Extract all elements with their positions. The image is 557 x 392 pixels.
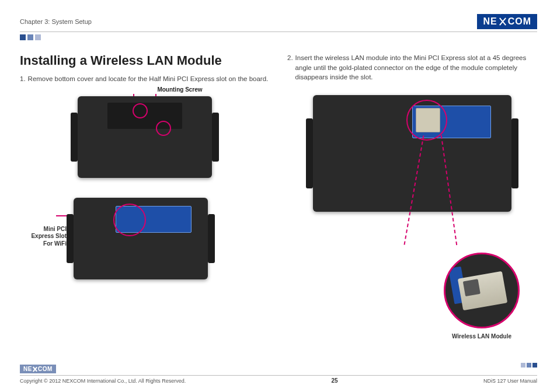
label-line: Mini PCI [20,226,67,233]
label-line: For WiFi [20,240,67,248]
figure-right-group [313,82,511,212]
module-callout-circle [406,100,447,141]
device-flange [306,118,313,188]
label-line: Express Slot [20,233,67,240]
mounting-screw-label: Mounting Screw [90,86,270,93]
mini-pci-slot-label: Mini PCI Express Slot For WiFi [20,226,67,248]
footer-logo-right: COM [38,366,53,372]
closeup-photo [444,253,520,328]
footer-logo-left: NE [23,366,32,372]
footer-nexcom-logo: NE COM [20,365,56,373]
decor-square [527,363,531,368]
decor-square [35,34,41,40]
decor-square [27,34,33,40]
step-2: 2. Insert the wireless LAN module into t… [287,53,537,82]
device-flange [511,118,518,188]
page-title: Installing a Wireless LAN Module [20,53,270,68]
chapter-title: Chapter 3: System Setup [20,18,92,25]
step-text: Remove bottom cover and locate for the H… [28,74,270,84]
copyright-text: Copyright © 2012 NEXCOM International Co… [20,378,186,384]
document-name: NDiS 127 User Manual [483,378,537,384]
footer-decor-squares [521,363,537,368]
page-footer: NE COM Copyright © 2012 NEXCOM Internati… [20,365,537,384]
step-number: 1. [20,74,26,84]
left-column: Installing a Wireless LAN Module 1. Remo… [20,53,270,340]
device-flange [67,214,74,263]
step-number: 2. [287,53,293,82]
right-column: 2. Insert the wireless LAN module into t… [287,53,537,340]
decor-square [20,34,26,40]
closeup-group: Wireless LAN Module [444,253,520,340]
device-photo-top [78,96,212,178]
page-header: Chapter 3: System Setup NE COM [20,14,537,32]
device-flange [208,214,215,263]
device-flange [212,113,219,162]
footer-logo-x-icon [33,367,37,372]
slot-callout-circle [113,204,146,236]
figure-top-group: Mounting Screw [20,84,270,178]
decor-square [532,363,537,368]
device-flange [71,113,78,162]
screw-callout-circle [156,121,171,136]
nexcom-logo: NE COM [477,14,537,29]
footer-bar: Copyright © 2012 NEXCOM International Co… [20,375,537,384]
wlan-module-label: Wireless LAN Module [444,333,520,340]
device-photo-bottom [74,198,208,279]
page-number: 25 [332,377,338,384]
content-columns: Installing a Wireless LAN Module 1. Remo… [20,53,537,340]
closeup-module [458,271,507,310]
logo-x-icon [499,18,507,26]
screw-callout-circle [133,103,148,118]
decor-squares [20,34,537,40]
step-text: Insert the wireless LAN module into the … [295,53,537,82]
logo-text-left: NE [483,16,497,27]
decor-square [521,363,525,368]
logo-text-right: COM [508,16,531,27]
figure-bottom-group: Mini PCI Express Slot For WiFi [20,194,270,279]
step-1: 1. Remove bottom cover and locate for th… [20,74,270,84]
